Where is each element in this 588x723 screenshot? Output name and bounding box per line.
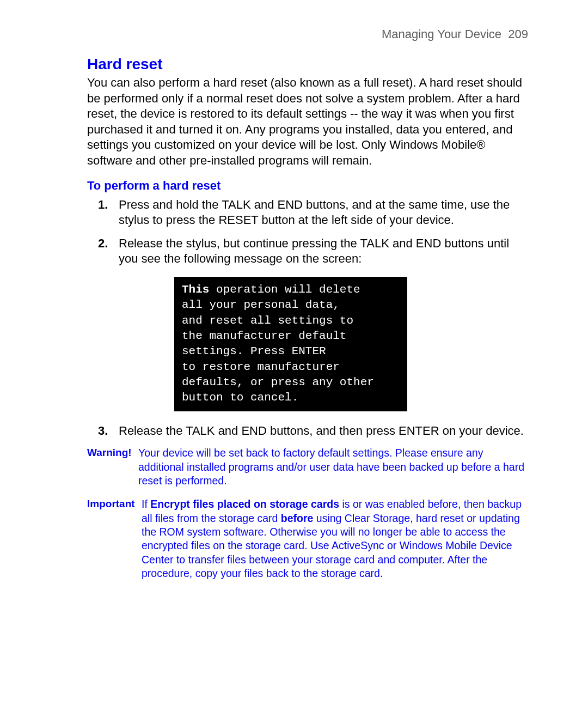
procedure-list-cont: 3. Release the TALK and END buttons, and…: [98, 423, 528, 439]
step-text: Press and hold the TALK and END buttons,…: [119, 198, 510, 227]
step-3: 3. Release the TALK and END buttons, and…: [98, 423, 528, 439]
important-bold2: before: [281, 512, 314, 524]
document-page: Managing Your Device 209 Hard reset You …: [0, 0, 588, 655]
running-header: Managing Your Device 209: [87, 27, 528, 41]
chapter-title: Managing Your Device: [382, 27, 501, 41]
important-bold1: Encrypt files placed on storage cards: [150, 498, 339, 510]
section-title: Hard reset: [87, 56, 528, 73]
procedure-heading: To perform a hard reset: [87, 179, 528, 193]
console-bold: This: [182, 283, 209, 296]
step-text: Release the TALK and END buttons, and th…: [119, 424, 524, 438]
warning-callout: Warning! Your device will be set back to…: [87, 446, 528, 488]
important-callout: Important If Encrypt files placed on sto…: [87, 497, 528, 580]
step-number: 3.: [98, 423, 108, 439]
procedure-list: 1. Press and hold the TALK and END butto…: [98, 197, 528, 267]
step-number: 2.: [98, 236, 108, 252]
important-label: Important: [87, 497, 142, 511]
step-text: Release the stylus, but continue pressin…: [119, 236, 509, 266]
warning-text: Your device will be set back to factory …: [138, 446, 528, 488]
important-text: If Encrypt files placed on storage cards…: [142, 497, 528, 580]
warning-label: Warning!: [87, 446, 138, 460]
step-number: 1.: [98, 197, 108, 213]
console-rest: operation will delete all your personal …: [182, 283, 374, 404]
intro-paragraph: You can also perform a hard reset (also …: [87, 75, 528, 169]
page-number: 209: [508, 27, 528, 41]
important-pre: If: [142, 498, 150, 510]
console-message: This operation will delete all your pers…: [174, 277, 407, 411]
step-2: 2. Release the stylus, but continue pres…: [98, 236, 528, 267]
step-1: 1. Press and hold the TALK and END butto…: [98, 197, 528, 228]
